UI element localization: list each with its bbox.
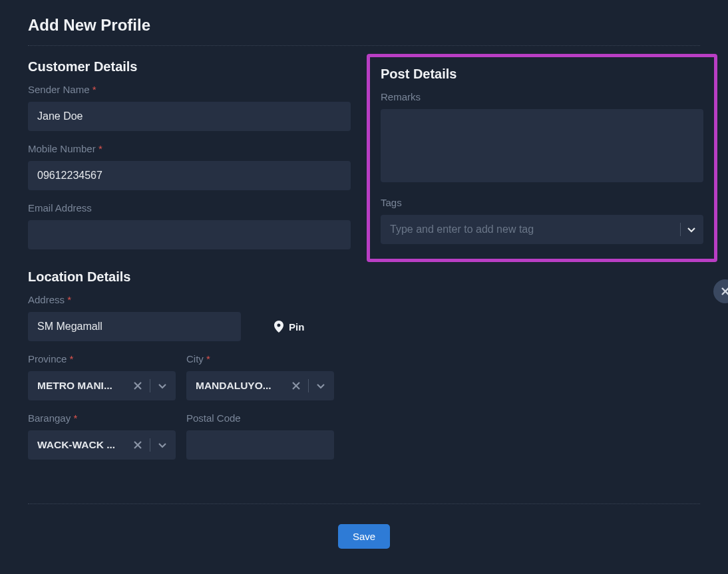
province-select[interactable]: METRO MANI... <box>28 371 176 400</box>
barangay-label: Barangay * <box>28 412 176 424</box>
divider-bottom <box>28 503 700 504</box>
address-label: Address * <box>28 294 351 305</box>
pin-icon <box>274 321 283 333</box>
province-clear-icon[interactable] <box>131 379 144 392</box>
sender-name-input[interactable] <box>28 102 351 131</box>
postal-code-label: Postal Code <box>186 412 334 424</box>
barangay-clear-icon[interactable] <box>131 438 144 452</box>
tags-chevron-down-icon[interactable] <box>686 224 697 235</box>
post-details-highlight: Post Details Remarks Tags Type and enter… <box>367 54 717 262</box>
address-input[interactable] <box>28 312 241 341</box>
remarks-label: Remarks <box>381 91 703 102</box>
tags-label: Tags <box>381 197 703 208</box>
barangay-value: WACK-WACK ... <box>37 439 126 451</box>
barangay-chevron-down-icon[interactable] <box>156 438 169 452</box>
city-value: MANDALUYO... <box>196 380 284 392</box>
divider-top <box>28 45 700 46</box>
postal-code-input[interactable] <box>186 430 334 460</box>
pin-button[interactable]: Pin <box>274 321 304 333</box>
mobile-number-input[interactable] <box>28 161 351 190</box>
city-chevron-down-icon[interactable] <box>314 379 327 392</box>
separator <box>308 379 309 392</box>
province-chevron-down-icon[interactable] <box>156 379 169 392</box>
email-input[interactable] <box>28 220 351 249</box>
separator <box>150 438 150 452</box>
tags-placeholder: Type and enter to add new tag <box>390 223 675 235</box>
tags-select[interactable]: Type and enter to add new tag <box>381 215 703 244</box>
close-icon <box>721 287 728 295</box>
pin-label: Pin <box>289 321 304 333</box>
customer-details-heading: Customer Details <box>28 59 351 74</box>
sender-name-label: Sender Name * <box>28 84 351 95</box>
page-title: Add New Profile <box>28 16 700 35</box>
city-label: City * <box>186 353 334 364</box>
separator <box>680 223 681 236</box>
post-details-heading: Post Details <box>381 67 703 82</box>
remarks-input[interactable] <box>381 109 703 182</box>
location-details-heading: Location Details <box>28 269 351 285</box>
province-label: Province * <box>28 353 176 364</box>
city-select[interactable]: MANDALUYO... <box>186 371 334 400</box>
barangay-select[interactable]: WACK-WACK ... <box>28 430 176 460</box>
city-clear-icon[interactable] <box>289 379 303 392</box>
mobile-number-label: Mobile Number * <box>28 143 351 154</box>
save-button[interactable]: Save <box>338 524 390 549</box>
email-label: Email Address <box>28 202 351 214</box>
province-value: METRO MANI... <box>37 380 126 392</box>
separator <box>150 379 150 392</box>
